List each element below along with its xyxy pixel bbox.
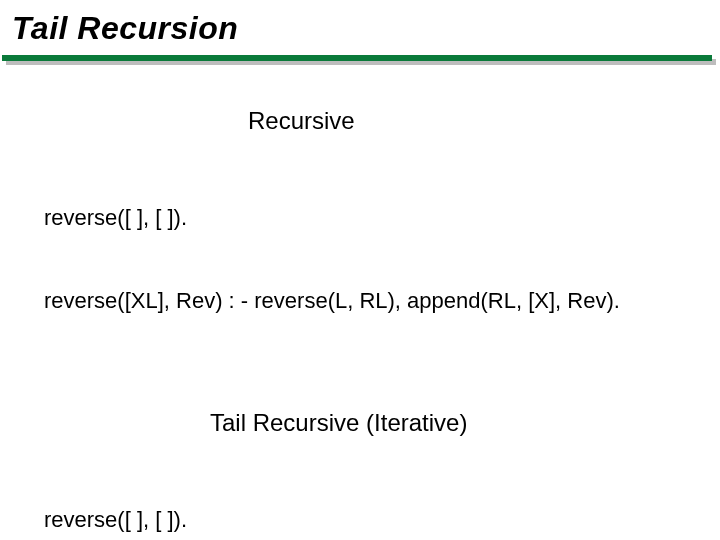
slide: Tail Recursion Recursive reverse([ ], [ … bbox=[0, 0, 720, 540]
code-line: reverse([XL], Rev) : - reverse(L, RL), a… bbox=[44, 287, 720, 315]
divider-bar bbox=[2, 55, 712, 61]
code-line: reverse([ ], [ ]). bbox=[44, 506, 720, 534]
code-block-recursive: reverse([ ], [ ]). reverse([XL], Rev) : … bbox=[0, 149, 720, 369]
slide-title: Tail Recursion bbox=[0, 0, 720, 55]
section-heading-recursive: Recursive bbox=[0, 107, 720, 135]
section-heading-tail-recursive: Tail Recursive (Iterative) bbox=[0, 409, 720, 437]
code-line: reverse([ ], [ ]). bbox=[44, 204, 720, 232]
title-divider bbox=[0, 55, 720, 65]
code-block-tail-recursive: reverse([ ], [ ]). reverse(L, RL) : - re… bbox=[0, 451, 720, 540]
